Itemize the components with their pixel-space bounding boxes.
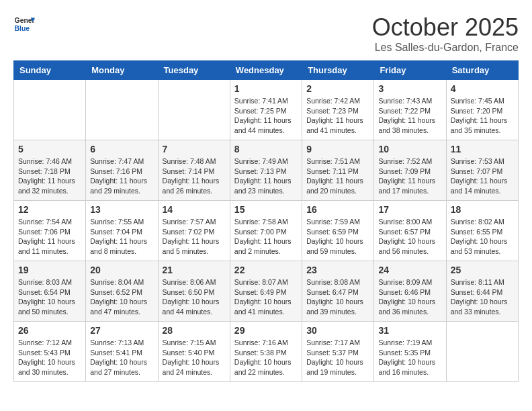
header-row: Sunday Monday Tuesday Wednesday Thursday…: [14, 61, 519, 80]
day-number: 8: [234, 144, 298, 154]
day-number: 23: [306, 265, 369, 275]
day-number: 12: [18, 204, 81, 215]
day-cell: 7Sunrise: 7:48 AMSunset: 7:14 PMDaylight…: [158, 140, 230, 201]
day-number: 3: [378, 83, 441, 94]
week-row-3: 12Sunrise: 7:54 AMSunset: 7:06 PMDayligh…: [14, 201, 519, 261]
day-info: Sunrise: 7:57 AMSunset: 7:02 PMDaylight:…: [163, 217, 226, 257]
day-number: 25: [451, 265, 514, 275]
week-row-1: 1Sunrise: 7:41 AMSunset: 7:25 PMDaylight…: [14, 80, 519, 140]
week-row-4: 19Sunrise: 8:03 AMSunset: 6:54 PMDayligh…: [14, 261, 519, 322]
day-cell: 22Sunrise: 8:07 AMSunset: 6:49 PMDayligh…: [230, 261, 302, 322]
day-number: 7: [163, 144, 226, 154]
day-number: 10: [378, 144, 441, 154]
day-info: Sunrise: 7:15 AMSunset: 5:40 PMDaylight:…: [163, 338, 226, 377]
day-number: 22: [234, 265, 298, 275]
day-number: 16: [306, 204, 369, 215]
day-cell: [446, 322, 518, 382]
svg-text:Blue: Blue: [15, 25, 30, 32]
page-header: General Blue October 2025 Les Salles-du-…: [13, 13, 519, 54]
day-number: 15: [234, 204, 298, 215]
day-cell: 31Sunrise: 7:19 AMSunset: 5:35 PMDayligh…: [374, 322, 446, 382]
day-number: 1: [234, 83, 298, 94]
col-saturday: Saturday: [446, 61, 518, 80]
col-tuesday: Tuesday: [158, 61, 230, 80]
day-cell: 13Sunrise: 7:55 AMSunset: 7:04 PMDayligh…: [86, 201, 158, 261]
day-number: 11: [451, 144, 514, 154]
logo-icon: General Blue: [13, 13, 35, 35]
day-cell: 19Sunrise: 8:03 AMSunset: 6:54 PMDayligh…: [14, 261, 86, 322]
day-number: 13: [90, 204, 153, 215]
day-info: Sunrise: 8:00 AMSunset: 6:57 PMDaylight:…: [378, 217, 441, 257]
month-title: October 2025: [372, 13, 519, 42]
day-cell: 27Sunrise: 7:13 AMSunset: 5:41 PMDayligh…: [86, 322, 158, 382]
location: Les Salles-du-Gardon, France: [372, 42, 519, 54]
day-info: Sunrise: 7:19 AMSunset: 5:35 PMDaylight:…: [378, 338, 441, 377]
day-cell: 28Sunrise: 7:15 AMSunset: 5:40 PMDayligh…: [158, 322, 230, 382]
day-cell: 11Sunrise: 7:53 AMSunset: 7:07 PMDayligh…: [446, 140, 518, 201]
day-number: 4: [451, 83, 514, 94]
day-info: Sunrise: 7:53 AMSunset: 7:07 PMDaylight:…: [451, 156, 514, 196]
day-info: Sunrise: 8:07 AMSunset: 6:49 PMDaylight:…: [234, 277, 298, 317]
day-cell: [14, 80, 86, 140]
day-number: 29: [234, 325, 298, 336]
day-info: Sunrise: 7:17 AMSunset: 5:37 PMDaylight:…: [306, 338, 369, 377]
day-cell: 20Sunrise: 8:04 AMSunset: 6:52 PMDayligh…: [86, 261, 158, 322]
day-info: Sunrise: 7:47 AMSunset: 7:16 PMDaylight:…: [90, 156, 153, 196]
week-row-5: 26Sunrise: 7:12 AMSunset: 5:43 PMDayligh…: [14, 322, 519, 382]
day-info: Sunrise: 8:06 AMSunset: 6:50 PMDaylight:…: [163, 277, 226, 317]
day-cell: 8Sunrise: 7:49 AMSunset: 7:13 PMDaylight…: [230, 140, 302, 201]
day-info: Sunrise: 7:41 AMSunset: 7:25 PMDaylight:…: [234, 96, 298, 136]
day-number: 20: [90, 265, 153, 275]
day-cell: 9Sunrise: 7:51 AMSunset: 7:11 PMDaylight…: [302, 140, 374, 201]
day-info: Sunrise: 7:51 AMSunset: 7:11 PMDaylight:…: [306, 156, 369, 196]
day-info: Sunrise: 7:59 AMSunset: 6:59 PMDaylight:…: [306, 217, 369, 257]
day-info: Sunrise: 7:16 AMSunset: 5:38 PMDaylight:…: [234, 338, 298, 377]
day-info: Sunrise: 7:43 AMSunset: 7:22 PMDaylight:…: [378, 96, 441, 136]
day-info: Sunrise: 8:03 AMSunset: 6:54 PMDaylight:…: [18, 277, 81, 317]
col-wednesday: Wednesday: [230, 61, 302, 80]
day-cell: 4Sunrise: 7:45 AMSunset: 7:20 PMDaylight…: [446, 80, 518, 140]
day-info: Sunrise: 8:02 AMSunset: 6:55 PMDaylight:…: [451, 217, 514, 257]
day-cell: [86, 80, 158, 140]
calendar-table: Sunday Monday Tuesday Wednesday Thursday…: [13, 60, 519, 382]
day-number: 18: [451, 204, 514, 215]
day-info: Sunrise: 7:12 AMSunset: 5:43 PMDaylight:…: [18, 338, 81, 377]
day-cell: 29Sunrise: 7:16 AMSunset: 5:38 PMDayligh…: [230, 322, 302, 382]
day-info: Sunrise: 7:48 AMSunset: 7:14 PMDaylight:…: [163, 156, 226, 196]
day-number: 31: [378, 325, 441, 336]
day-cell: 1Sunrise: 7:41 AMSunset: 7:25 PMDaylight…: [230, 80, 302, 140]
day-info: Sunrise: 7:54 AMSunset: 7:06 PMDaylight:…: [18, 217, 81, 257]
day-cell: 21Sunrise: 8:06 AMSunset: 6:50 PMDayligh…: [158, 261, 230, 322]
day-number: 21: [163, 265, 226, 275]
day-number: 14: [163, 204, 226, 215]
week-row-2: 5Sunrise: 7:46 AMSunset: 7:18 PMDaylight…: [14, 140, 519, 201]
day-info: Sunrise: 7:49 AMSunset: 7:13 PMDaylight:…: [234, 156, 298, 196]
day-cell: 12Sunrise: 7:54 AMSunset: 7:06 PMDayligh…: [14, 201, 86, 261]
day-cell: 2Sunrise: 7:42 AMSunset: 7:23 PMDaylight…: [302, 80, 374, 140]
day-info: Sunrise: 8:04 AMSunset: 6:52 PMDaylight:…: [90, 277, 153, 317]
day-cell: 15Sunrise: 7:58 AMSunset: 7:00 PMDayligh…: [230, 201, 302, 261]
day-number: 2: [306, 83, 369, 94]
day-number: 30: [306, 325, 369, 336]
day-number: 6: [90, 144, 153, 154]
day-cell: 16Sunrise: 7:59 AMSunset: 6:59 PMDayligh…: [302, 201, 374, 261]
col-sunday: Sunday: [14, 61, 86, 80]
title-block: October 2025 Les Salles-du-Gardon, Franc…: [372, 13, 519, 54]
day-cell: 26Sunrise: 7:12 AMSunset: 5:43 PMDayligh…: [14, 322, 86, 382]
day-cell: 3Sunrise: 7:43 AMSunset: 7:22 PMDaylight…: [374, 80, 446, 140]
day-info: Sunrise: 7:55 AMSunset: 7:04 PMDaylight:…: [90, 217, 153, 257]
day-cell: 6Sunrise: 7:47 AMSunset: 7:16 PMDaylight…: [86, 140, 158, 201]
day-info: Sunrise: 7:13 AMSunset: 5:41 PMDaylight:…: [90, 338, 153, 377]
day-number: 24: [378, 265, 441, 275]
day-number: 5: [18, 144, 81, 154]
day-info: Sunrise: 7:45 AMSunset: 7:20 PMDaylight:…: [451, 96, 514, 136]
day-cell: 25Sunrise: 8:11 AMSunset: 6:44 PMDayligh…: [446, 261, 518, 322]
day-info: Sunrise: 8:08 AMSunset: 6:47 PMDaylight:…: [306, 277, 369, 317]
day-cell: 10Sunrise: 7:52 AMSunset: 7:09 PMDayligh…: [374, 140, 446, 201]
col-monday: Monday: [86, 61, 158, 80]
day-info: Sunrise: 7:46 AMSunset: 7:18 PMDaylight:…: [18, 156, 81, 196]
day-info: Sunrise: 7:42 AMSunset: 7:23 PMDaylight:…: [306, 96, 369, 136]
day-cell: 17Sunrise: 8:00 AMSunset: 6:57 PMDayligh…: [374, 201, 446, 261]
day-info: Sunrise: 8:09 AMSunset: 6:46 PMDaylight:…: [378, 277, 441, 317]
logo: General Blue: [13, 13, 35, 35]
